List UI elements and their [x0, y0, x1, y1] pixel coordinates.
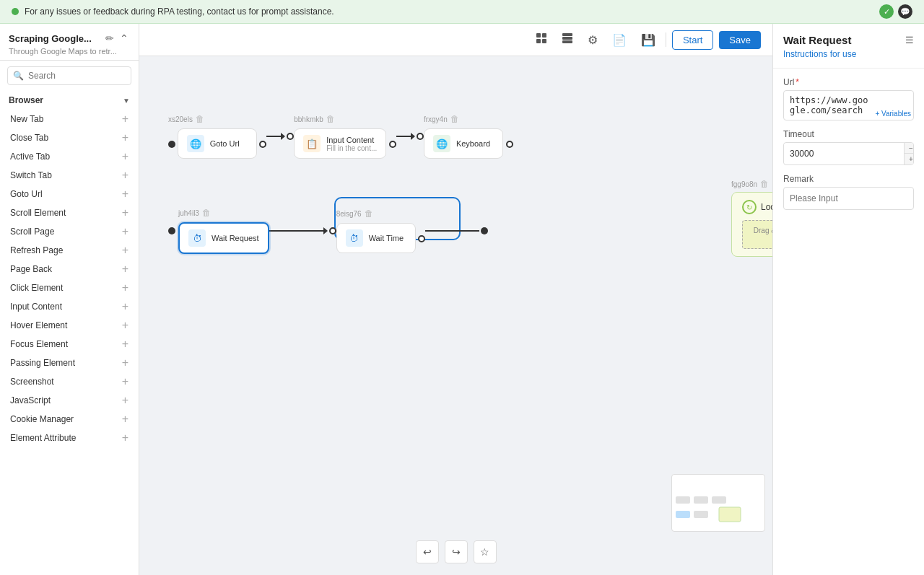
undo-button[interactable]: ↩	[416, 540, 439, 563]
browser-section-header[interactable]: Browser ▼	[6, 91, 133, 110]
sidebar-item-goto-url[interactable]: Goto Url +	[6, 185, 133, 203]
sidebar-item-hover-element[interactable]: Hover Element +	[6, 316, 133, 335]
connector-line-1	[266, 136, 281, 137]
sidebar-item-label: Close Tab	[10, 133, 48, 143]
sidebar-item-click-element[interactable]: Click Element +	[6, 278, 133, 297]
timeout-decrease-button[interactable]: −	[905, 143, 914, 154]
panel-menu-icon[interactable]: ☰	[905, 35, 914, 45]
sidebar-item-switch-tab[interactable]: Switch Tab +	[6, 166, 133, 185]
wait-time-node[interactable]: ⏱ Wait Time	[336, 223, 416, 253]
grid-view-button[interactable]	[531, 30, 552, 50]
delete-8eisg76-button[interactable]: 🗑	[365, 209, 373, 219]
loop-icon: ↻	[742, 200, 757, 214]
sidebar-item-input-content[interactable]: Input Content +	[6, 297, 133, 316]
sidebar-item-new-tab[interactable]: New Tab +	[6, 110, 133, 128]
sidebar-item-cookie-manager[interactable]: Cookie Manager +	[6, 410, 133, 429]
sidebar-item-scroll-element[interactable]: Scroll Element +	[6, 203, 133, 222]
add-hover-element-button[interactable]: +	[122, 320, 128, 331]
add-refresh-page-button[interactable]: +	[122, 245, 128, 256]
sidebar-item-element-attribute[interactable]: Element Attribute +	[6, 429, 133, 447]
add-element-attribute-button[interactable]: +	[122, 432, 128, 444]
connector-dot-right-2	[389, 141, 396, 148]
delete-juh4il3-button[interactable]: 🗑	[202, 208, 211, 218]
remark-input[interactable]	[783, 187, 914, 210]
input-content-node[interactable]: 📋 Input Content Fill in the cont...	[294, 128, 386, 159]
connector-dot-2	[287, 133, 294, 140]
timeout-increase-button[interactable]: +	[905, 154, 914, 164]
project-subtitle: Through Google Maps to retr...	[9, 47, 130, 56]
edit-project-button[interactable]: ✏	[104, 31, 116, 45]
collapse-sidebar-button[interactable]: ⌃	[118, 31, 130, 45]
canvas[interactable]: xs20els 🗑 🌐 Goto Url	[139, 56, 772, 575]
save-button[interactable]: Save	[719, 31, 761, 49]
toolbar: ⚙ 📄 💾 Start Save	[139, 24, 772, 56]
connector-dot-row2-right	[418, 235, 425, 242]
export-button[interactable]: 📄	[608, 30, 631, 50]
connector-dot-3	[417, 133, 424, 140]
browser-chevron-icon: ▼	[123, 97, 130, 105]
star-button[interactable]: ☆	[474, 540, 497, 563]
sidebar-item-passing-element[interactable]: Passing Element +	[6, 354, 133, 372]
add-passing-element-button[interactable]: +	[122, 357, 128, 369]
sidebar-item-label: Element Attribute	[10, 433, 76, 443]
sidebar-item-page-back[interactable]: Page Back +	[6, 260, 133, 278]
connector-dot-right-3	[506, 141, 513, 148]
add-goto-url-button[interactable]: +	[122, 188, 128, 200]
add-new-tab-button[interactable]: +	[122, 113, 128, 125]
redo-button[interactable]: ↪	[445, 540, 468, 563]
svg-rect-6	[562, 40, 572, 43]
add-input-content-button[interactable]: +	[122, 301, 128, 312]
sidebar-item-scroll-page[interactable]: Scroll Page +	[6, 222, 133, 241]
delete-bbhkmkb-button[interactable]: 🗑	[326, 114, 335, 124]
add-cookie-manager-button[interactable]: +	[122, 413, 128, 425]
keyboard-node[interactable]: 🌐 Keyboard	[424, 128, 503, 159]
connector-dot-left-1	[168, 141, 175, 148]
sidebar-item-label: Hover Element	[10, 320, 67, 330]
sidebar-item-label: Screenshot	[10, 377, 54, 387]
add-scroll-element-button[interactable]: +	[122, 207, 128, 219]
start-button[interactable]: Start	[672, 30, 713, 50]
timeout-input[interactable]	[784, 144, 904, 163]
goto-url-label: Goto Url	[210, 139, 240, 148]
delete-frxgy4n-button[interactable]: 🗑	[450, 114, 459, 124]
goto-url-node[interactable]: 🌐 Goto Url	[178, 128, 257, 159]
connector-arrow-2	[411, 133, 415, 140]
svg-rect-9	[712, 496, 726, 504]
svg-rect-12	[719, 507, 741, 522]
loop-element-node[interactable]: ↻ Loop Element Drag & drop a block here	[731, 192, 772, 257]
sidebar-item-screenshot[interactable]: Screenshot +	[6, 372, 133, 391]
sidebar-item-refresh-page[interactable]: Refresh Page +	[6, 241, 133, 260]
add-page-back-button[interactable]: +	[122, 263, 128, 275]
loop-dropzone[interactable]: Drag & drop a block here	[742, 220, 772, 249]
sidebar-item-focus-element[interactable]: Focus Element +	[6, 335, 133, 354]
save-template-button[interactable]: 💾	[637, 30, 660, 50]
wait-request-icon: ⏱	[188, 229, 206, 247]
settings-button[interactable]: ⚙	[583, 30, 602, 50]
add-screenshot-button[interactable]: +	[122, 376, 128, 387]
bottom-controls: ↩ ↪ ☆	[416, 540, 497, 563]
add-scroll-page-button[interactable]: +	[122, 226, 128, 237]
instructions-link[interactable]: Instructions for use	[773, 49, 924, 68]
sidebar-item-active-tab[interactable]: Active Tab +	[6, 147, 133, 166]
delete-fgg9o8n-button[interactable]: 🗑	[760, 179, 769, 189]
sidebar-item-label: Goto Url	[10, 189, 43, 199]
sidebar-item-label: Input Content	[10, 302, 62, 312]
delete-xs20els-button[interactable]: 🗑	[196, 114, 204, 124]
add-switch-tab-button[interactable]: +	[122, 170, 128, 181]
url-variables-button[interactable]: + Variables	[875, 110, 911, 118]
svg-rect-4	[562, 33, 572, 36]
add-active-tab-button[interactable]: +	[122, 151, 128, 162]
add-javascript-button[interactable]: +	[122, 395, 128, 406]
add-focus-element-button[interactable]: +	[122, 338, 128, 350]
banner-text: For any issues or feedback during RPA te…	[25, 6, 334, 17]
sidebar-item-label: Click Element	[10, 283, 63, 293]
search-input[interactable]	[7, 66, 131, 85]
wait-request-node[interactable]: ⏱ Wait Request	[178, 222, 269, 254]
panel-divider	[773, 68, 924, 69]
sidebar-item-javascript[interactable]: JavaScript +	[6, 391, 133, 410]
input-content-sublabel: Fill in the cont...	[326, 144, 377, 152]
table-view-button[interactable]	[557, 30, 578, 50]
add-close-tab-button[interactable]: +	[122, 132, 128, 144]
sidebar-item-close-tab[interactable]: Close Tab +	[6, 128, 133, 147]
add-click-element-button[interactable]: +	[122, 282, 128, 294]
